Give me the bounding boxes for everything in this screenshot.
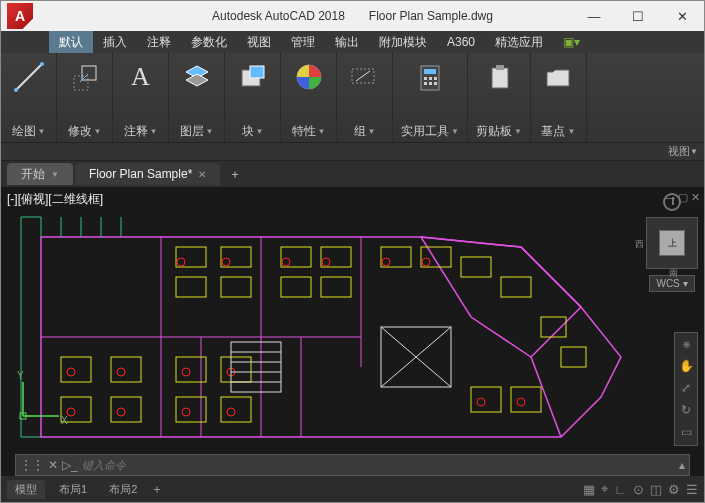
svg-point-51 xyxy=(282,258,290,266)
svg-point-62 xyxy=(227,408,235,416)
menu-a360[interactable]: A360 xyxy=(437,31,485,53)
close-icon[interactable]: ✕ xyxy=(198,169,206,180)
svg-rect-10 xyxy=(424,69,436,74)
viewcube[interactable]: 西 上 南 xyxy=(646,217,698,269)
text-icon: A xyxy=(123,59,159,95)
snap-icon[interactable]: ⌖ xyxy=(601,481,608,497)
svg-rect-31 xyxy=(281,277,311,297)
svg-rect-41 xyxy=(111,357,141,382)
svg-rect-27 xyxy=(176,277,206,297)
orbit-icon[interactable]: ↻ xyxy=(681,403,691,419)
panel-utilities[interactable]: 实用工具▼ xyxy=(393,53,468,142)
app-logo[interactable]: A xyxy=(7,3,33,29)
svg-rect-12 xyxy=(429,77,432,80)
menu-featured[interactable]: 精选应用 xyxy=(485,31,553,53)
minimize-button[interactable]: — xyxy=(572,1,616,31)
panel-draw[interactable]: 绘图▼ xyxy=(1,53,57,142)
floor-plan-drawing[interactable] xyxy=(1,187,701,457)
svg-rect-28 xyxy=(221,277,251,297)
add-layout-button[interactable]: ＋ xyxy=(151,481,163,498)
menu-overflow[interactable]: ▣▾ xyxy=(553,31,590,53)
svg-rect-32 xyxy=(321,277,351,297)
panel-properties[interactable]: 特性▼ xyxy=(281,53,337,142)
menu-insert[interactable]: 插入 xyxy=(93,31,137,53)
history-icon[interactable]: ⋮⋮ xyxy=(20,458,44,472)
tab-floorplan[interactable]: Floor Plan Sample*✕ xyxy=(75,163,220,185)
grid-icon[interactable]: ▦ xyxy=(583,482,595,497)
model-tab[interactable]: 模型 xyxy=(7,480,45,499)
menu-icon[interactable]: ☰ xyxy=(686,482,698,497)
menu-view[interactable]: 视图 xyxy=(237,31,281,53)
svg-point-57 xyxy=(182,368,190,376)
svg-rect-25 xyxy=(176,247,206,267)
block-icon xyxy=(235,59,271,95)
properties-icon xyxy=(291,59,327,95)
panel-annotate[interactable]: A 注释▼ xyxy=(113,53,169,142)
compass-icon[interactable] xyxy=(663,193,681,211)
panel-modify[interactable]: 修改▼ xyxy=(57,53,113,142)
layers-icon xyxy=(179,59,215,95)
gear-icon[interactable]: ⚙ xyxy=(668,482,680,497)
svg-point-2 xyxy=(40,62,44,66)
svg-rect-46 xyxy=(221,397,251,422)
statusbar: 模型 布局1 布局2 ＋ ▦ ⌖ ∟ ⊙ ◫ ⚙ ☰ xyxy=(1,476,704,502)
svg-rect-16 xyxy=(434,82,437,85)
svg-rect-65 xyxy=(231,342,281,392)
svg-rect-34 xyxy=(421,247,451,267)
group-icon xyxy=(347,59,383,95)
svg-point-52 xyxy=(322,258,330,266)
menu-output[interactable]: 输出 xyxy=(325,31,369,53)
pan-icon[interactable]: ✋ xyxy=(679,359,694,375)
full-nav-icon[interactable]: ⎈ xyxy=(683,337,690,353)
file-tabs: 开始▼ Floor Plan Sample*✕ ＋ xyxy=(1,161,704,187)
svg-rect-18 xyxy=(496,65,504,70)
panel-layers[interactable]: 图层▼ xyxy=(169,53,225,142)
layout1-tab[interactable]: 布局1 xyxy=(51,480,95,499)
showmotion-icon[interactable]: ▭ xyxy=(681,425,692,441)
menu-addins[interactable]: 附加模块 xyxy=(369,31,437,53)
svg-point-53 xyxy=(382,258,390,266)
new-tab-button[interactable]: ＋ xyxy=(222,163,248,185)
command-line[interactable]: ⋮⋮ ✕ ▷_ ▴ xyxy=(15,454,690,476)
svg-rect-14 xyxy=(424,82,427,85)
menu-manage[interactable]: 管理 xyxy=(281,31,325,53)
ucs-icon[interactable]: Y X xyxy=(15,374,65,424)
svg-rect-42 xyxy=(111,397,141,422)
svg-rect-30 xyxy=(321,247,351,267)
recent-icon[interactable]: ▴ xyxy=(679,458,685,472)
ortho-icon[interactable]: ∟ xyxy=(614,482,627,497)
tab-start[interactable]: 开始▼ xyxy=(7,163,73,185)
panel-clipboard[interactable]: 剪贴板▼ xyxy=(468,53,531,142)
panel-basepoint[interactable]: 基点▼ xyxy=(531,53,587,142)
svg-point-55 xyxy=(67,368,75,376)
polar-icon[interactable]: ⊙ xyxy=(633,482,644,497)
svg-rect-6 xyxy=(250,66,264,78)
close-button[interactable]: ✕ xyxy=(660,1,704,31)
svg-rect-15 xyxy=(429,82,432,85)
command-input[interactable] xyxy=(82,459,675,471)
svg-point-50 xyxy=(222,258,230,266)
close-cmd-icon[interactable]: ✕ xyxy=(48,458,58,472)
drawing-viewport[interactable]: [-][俯视][二维线框] — ▢ ✕ xyxy=(1,187,704,476)
svg-line-0 xyxy=(16,64,42,90)
modify-icon xyxy=(67,59,103,95)
svg-point-63 xyxy=(477,398,485,406)
view-switch[interactable]: 视图 ▼ xyxy=(1,143,704,161)
layout2-tab[interactable]: 布局2 xyxy=(101,480,145,499)
folder-icon xyxy=(540,59,576,95)
svg-point-56 xyxy=(117,368,125,376)
svg-point-1 xyxy=(14,88,18,92)
line-icon xyxy=(11,59,47,95)
panel-group[interactable]: 组▼ xyxy=(337,53,393,142)
app-name: Autodesk AutoCAD 2018 xyxy=(212,9,345,23)
navigation-bar: ⎈ ✋ ⤢ ↻ ▭ xyxy=(674,332,698,446)
maximize-button[interactable]: ☐ xyxy=(616,1,660,31)
menu-parametric[interactable]: 参数化 xyxy=(181,31,237,53)
navigation-tools: 西 上 南 WCS ▾ xyxy=(646,193,698,292)
osnap-icon[interactable]: ◫ xyxy=(650,482,662,497)
panel-block[interactable]: 块▼ xyxy=(225,53,281,142)
svg-rect-29 xyxy=(281,247,311,267)
menu-annotate[interactable]: 注释 xyxy=(137,31,181,53)
menu-default[interactable]: 默认 xyxy=(49,31,93,53)
zoom-icon[interactable]: ⤢ xyxy=(681,381,691,397)
